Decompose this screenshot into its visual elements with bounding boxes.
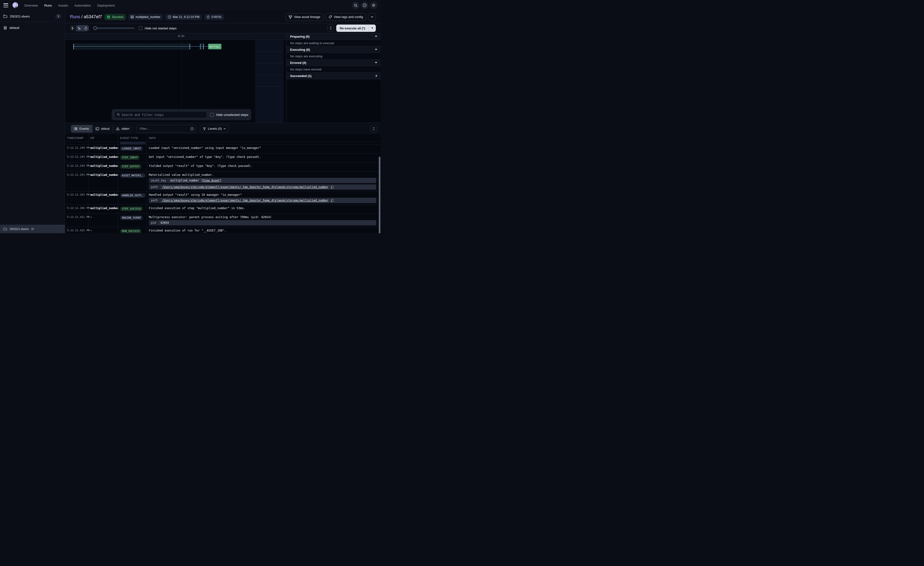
reexecute-all-button[interactable]: Re-execute all (*) [336, 24, 376, 32]
log-timestamp: 5:12:11.243 PM [65, 154, 88, 162]
waterfall-view-button[interactable] [76, 25, 82, 31]
nav-item-deployment[interactable]: Deployment [98, 4, 115, 7]
caret-down-icon [375, 49, 377, 50]
section-body: No steps have errored [286, 66, 381, 73]
events-toolbar: Eventsstdoutstderr Levels (5) [65, 123, 381, 134]
section-header-preparing[interactable]: Preparing (0) [286, 33, 381, 40]
timed-view-button[interactable] [82, 25, 89, 31]
log-row: 5:12:11.240 PMmultiplied_numberLOADED_IN… [65, 144, 381, 153]
refresh-icon[interactable]: ⟳ [32, 227, 34, 231]
log-event-type: ENGINE_EVENT [118, 214, 147, 227]
hide-unselected-checkbox[interactable]: Hide unselected steps [210, 113, 248, 117]
breadcrumb: Runs / a5347ef7 [70, 14, 102, 20]
log-op: multiplied_number [88, 163, 118, 171]
steps-status-panel: Preparing (0)No steps are waiting to exe… [286, 33, 381, 123]
step-search-input[interactable] [115, 111, 207, 118]
metadata-label: pid [149, 220, 158, 226]
settings-gear-icon[interactable]: ⚙ [370, 2, 377, 9]
section-header-executing[interactable]: Executing (0) [286, 47, 381, 53]
nav-item-automation[interactable]: Automation [74, 4, 91, 7]
log-info: Yielded output "result" of type "Any". (… [147, 163, 381, 171]
chevron-down-icon [224, 128, 226, 129]
section-body: No steps are waiting to execute [286, 40, 381, 47]
log-op: multiplied_number [88, 145, 118, 153]
log-info: Got input "versioned_number" of type "An… [147, 154, 381, 162]
help-icon[interactable]: ? [361, 2, 368, 9]
gantt-step-bar[interactable]: multiplied_number [208, 44, 221, 49]
breadcrumb-runs-link[interactable]: Runs [70, 14, 80, 19]
section-body: No steps are executing [286, 53, 381, 60]
left-sidebar: 250321-dvers 1 default 250321-dvers ⟳ [0, 11, 65, 233]
duration-tag: 0:00:01 [204, 14, 224, 20]
metadata-value: multiplied_number[View Asset] [168, 178, 376, 183]
asset-tag[interactable]: multiplied_number [128, 14, 163, 20]
checkbox-box[interactable] [210, 113, 214, 117]
gantt-zoom-slider[interactable] [93, 26, 135, 30]
vertical-scrollbar[interactable] [379, 157, 380, 233]
hide-not-started-checkbox[interactable]: Hide not started steps [139, 27, 177, 30]
asset-grid-icon [130, 15, 134, 18]
log-op [88, 142, 118, 144]
chevron-up-icon [330, 27, 332, 28]
reexecute-dropdown[interactable] [369, 24, 376, 32]
slider-handle[interactable] [93, 26, 97, 30]
tab-stderr[interactable]: stderr [113, 125, 132, 132]
levels-filter-button[interactable]: Levels (5) [200, 125, 229, 132]
run-header: Runs / a5347ef7 Success multiplied_numbe… [65, 11, 381, 23]
log-info [147, 142, 381, 144]
metadata-label: path [149, 198, 160, 203]
search-icon[interactable] [352, 2, 359, 9]
log-timestamp: 5:12:11.240 PM [65, 145, 88, 153]
check-circle-icon [107, 15, 110, 19]
copy-icon[interactable] [331, 199, 334, 202]
log-row: 5:12:11.253 PMmultiplied_numberASSET_MAT… [65, 171, 381, 191]
more-actions-button[interactable] [368, 13, 376, 21]
sidebar-footer[interactable]: 250321-dvers ⟳ [0, 225, 65, 233]
clear-filter-icon[interactable] [190, 127, 194, 131]
nav-item-overview[interactable]: Overview [24, 4, 38, 7]
hamburger-menu-icon[interactable] [3, 3, 8, 7]
log-event-type: RUN_SUCCESS [118, 227, 147, 233]
tab-stdout[interactable]: stdout [93, 125, 113, 132]
path-link[interactable]: /Users/smackesey/stm/code/elementl/exper… [162, 199, 328, 202]
log-timestamp: 5:12:11.253 PM [65, 172, 88, 191]
caret-down-icon [375, 62, 377, 63]
lineage-icon [289, 15, 292, 19]
log-row: 5:12:11.243 PMmultiplied_numberSTEP_INPU… [65, 153, 381, 162]
metadata-label: asset_key [149, 178, 168, 183]
flat-list-icon [71, 27, 75, 30]
metadata-entry-path: path/Users/smackesey/stm/code/elementl/e… [149, 198, 376, 203]
sidebar-item-workspace[interactable]: 250321-dvers 1 [0, 11, 65, 22]
panel-resize-button[interactable] [327, 24, 334, 32]
log-info: Finished execution of run for "__ASSET_J… [147, 227, 381, 233]
log-event-type: ASSET_MATERIALIZATION [118, 172, 147, 191]
nav-item-runs[interactable]: Runs [44, 4, 52, 7]
section-header-errored[interactable]: Errored (0) [286, 60, 381, 66]
section-header-succeeded[interactable]: Succeeded (1) [286, 73, 381, 79]
log-event-type: HANDLED_OUTPUT [118, 191, 147, 205]
metadata-entry-asset_key: asset_keymultiplied_number[View Asset] [149, 178, 376, 183]
view-tags-config-button[interactable]: View tags and config [326, 13, 366, 21]
log-filter-input[interactable] [136, 125, 196, 132]
nav-item-assets[interactable]: Assets [58, 4, 68, 7]
funnel-icon [203, 127, 206, 130]
checkbox-box[interactable] [139, 27, 142, 30]
log-event-type: STEP_SUCCESS [118, 205, 147, 214]
sidebar-item-default-group[interactable]: default [0, 22, 65, 33]
copy-icon[interactable] [331, 185, 334, 189]
timeline-tick-label: 0.5s [178, 35, 185, 38]
event-type-tag: HANDLED_OUTPUT [120, 193, 146, 198]
gantt-view-mode-group [70, 25, 89, 31]
dagster-logo[interactable] [12, 2, 19, 9]
log-row: 5:12:11.266 PMmultiplied_numberSTEP_SUCC… [65, 205, 381, 214]
log-info: Finished execution of step "multiplied_n… [147, 205, 381, 214]
view-asset-link[interactable]: View Asset [203, 179, 220, 182]
caret-down-icon [371, 27, 374, 29]
path-link[interactable]: /Users/smackesey/stm/code/elementl/exper… [162, 185, 328, 189]
event-type-tag: RUN_SUCCESS [120, 229, 141, 233]
log-panel-resize-button[interactable] [370, 125, 377, 132]
view-asset-lineage-button[interactable]: View asset lineage [285, 13, 323, 21]
tab-events[interactable]: Events [71, 125, 93, 132]
flat-view-button[interactable] [70, 25, 76, 31]
event-type-tag: STEP_OUTPUT [120, 164, 141, 169]
